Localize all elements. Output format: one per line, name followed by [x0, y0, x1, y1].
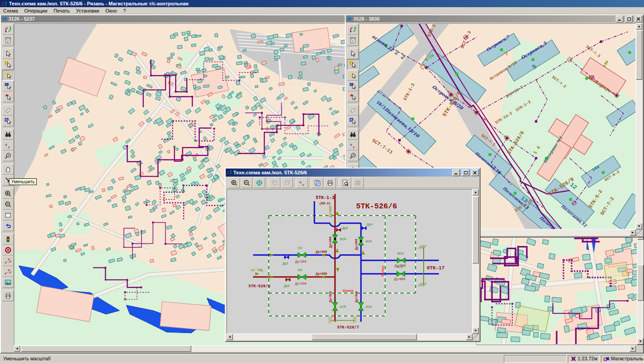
svg-text:3СП: 3СП [339, 237, 346, 241]
copy-button[interactable] [312, 177, 323, 188]
menu-item-Печать[interactable]: Печать [51, 8, 73, 14]
report-button[interactable] [347, 35, 359, 46]
menu-item-Схема[interactable]: Схема [0, 8, 21, 14]
svg-text:y: y [8, 145, 10, 149]
semaphore-button[interactable] [2, 234, 14, 245]
target-button[interactable] [2, 245, 14, 255]
schematic-dialog-titlebar[interactable]: Техн.схема кам./кол. 5ТК-526/6 [226, 169, 480, 177]
select-node-button[interactable] [347, 91, 359, 102]
cursor-button[interactable] [2, 48, 14, 59]
svg-text:Ду=250: Ду=250 [295, 282, 306, 285]
svg-text:Др2: Др2 [284, 284, 290, 288]
resize-grip[interactable] [472, 334, 479, 340]
status-hint: Уменьшить масштаб [1, 355, 502, 363]
close-button[interactable] [635, 16, 642, 22]
cascade-2-button[interactable] [281, 177, 293, 188]
layer-icon: С [603, 355, 610, 362]
minimize-button[interactable] [616, 16, 623, 22]
schematic-label: Ду=300 [329, 206, 332, 217]
select-point-button[interactable] [347, 59, 359, 70]
status-empty-panel [504, 355, 567, 363]
zoom-in-button[interactable] [228, 177, 240, 188]
search-button[interactable] [2, 129, 14, 140]
select-line-button[interactable] [2, 70, 14, 81]
schematic-hscrollbar[interactable]: ◄ ► [227, 334, 472, 340]
route-start-button[interactable]: п [2, 255, 14, 266]
map-3-vscrollbar[interactable]: ▲ ▼ [637, 233, 644, 345]
scheme-logo-button[interactable] [347, 24, 359, 35]
svg-text:СО: СО [298, 246, 302, 250]
status-layer-panel: С Магистральные т [601, 355, 644, 363]
eraser-button[interactable] [2, 105, 14, 116]
report-button[interactable] [2, 35, 14, 46]
schematic-label: 5ТК-526/6 [356, 202, 397, 211]
coordinates-button[interactable]: xy [2, 140, 14, 151]
status-layer: Магистральные т [611, 356, 644, 361]
maximize-button[interactable] [462, 169, 469, 176]
menu-item-Окно[interactable]: Окно [102, 8, 120, 14]
image-button[interactable] [2, 277, 14, 288]
print-button[interactable] [324, 177, 336, 188]
menu-item-Установки[interactable]: Установки [73, 8, 103, 14]
cursor-button[interactable] [347, 48, 359, 59]
status-scale-panel: 1:23.72м [568, 355, 600, 363]
zoom-out-button[interactable] [2, 199, 14, 210]
cascade-1-button[interactable] [269, 177, 280, 188]
svg-text:Др4: Др4 [367, 223, 373, 226]
route-end-button[interactable]: о [2, 266, 14, 277]
eraser-button[interactable] [347, 105, 359, 116]
select-node-button[interactable] [2, 91, 14, 102]
resize-grip[interactable] [636, 229, 642, 236]
schematic-label: Ду=300 [316, 250, 327, 254]
globe-icon [2, 16, 7, 22]
svg-text:8СО: 8СО [397, 265, 404, 269]
preview-button[interactable] [339, 177, 351, 188]
schematic-label: балка [343, 289, 353, 293]
map-1-hscrollbar[interactable]: ◄ ► [14, 346, 636, 352]
map-window-2-titlebar[interactable]: 3528 - 3830 [346, 15, 643, 22]
search-button[interactable] [347, 129, 359, 140]
svg-text:Др1: Др1 [283, 262, 288, 265]
menu-item-?[interactable]: ? [120, 8, 129, 14]
undo-button[interactable] [2, 220, 14, 231]
select-area-button[interactable] [347, 81, 359, 91]
app-title: Техн.схема кам./кол. 5ТК-526/6 - Рязань … [9, 1, 189, 6]
coordinates-button[interactable]: xy [347, 140, 359, 151]
select-object-button[interactable] [2, 116, 14, 126]
schematic-label: 5ТК-526/7 [337, 325, 359, 330]
select-object-button[interactable] [347, 116, 359, 126]
coordinates-button[interactable]: xy [296, 177, 308, 188]
measure-button[interactable] [2, 151, 14, 161]
select-line-button[interactable] [347, 70, 359, 81]
layers-button[interactable] [352, 177, 364, 188]
menubar: СхемаОперацииПечатьУстановкиОкно? [0, 7, 644, 14]
minimize-button[interactable] [452, 169, 460, 176]
schematic-vscrollbar[interactable]: ▲ ▼ [472, 189, 479, 334]
map-2-vscrollbar[interactable]: ▲ ▼ [636, 23, 642, 229]
maximize-button[interactable] [625, 16, 633, 22]
scale-window-button[interactable] [2, 210, 14, 220]
svg-text:Ду=250: Ду=250 [295, 260, 306, 264]
select-area-button[interactable] [2, 81, 14, 91]
scheme-logo-button[interactable] [2, 24, 14, 35]
zoom-out-button[interactable] [241, 177, 253, 188]
svg-text:x: x [349, 142, 352, 147]
zoom-in-button[interactable] [2, 188, 14, 199]
center-button[interactable] [253, 177, 265, 188]
svg-text:y: y [302, 182, 305, 186]
measure-button[interactable] [347, 151, 359, 161]
close-button[interactable] [471, 169, 479, 176]
menu-item-Операции[interactable]: Операции [21, 8, 50, 14]
khaki-parcel [604, 262, 629, 282]
map-canvas-3[interactable] [476, 233, 637, 345]
schematic-label: балка [381, 266, 385, 277]
svg-text:п: п [8, 258, 10, 261]
app-titlebar[interactable]: Техн.схема кам./кол. 5ТК-526/6 - Рязань … [0, 0, 644, 7]
print-button[interactable] [2, 290, 14, 301]
schematic-dialog-toolbar: xy [227, 177, 479, 188]
pan-button[interactable] [2, 164, 14, 175]
select-point-button[interactable] [2, 59, 14, 70]
app-icon [1, 1, 7, 7]
schematic-label: Ду=300 [329, 291, 332, 302]
schematic-canvas[interactable]: СОДу=250СПДу=2503СП4СО1СП2СО6СОДу=8008СО… [227, 189, 472, 334]
